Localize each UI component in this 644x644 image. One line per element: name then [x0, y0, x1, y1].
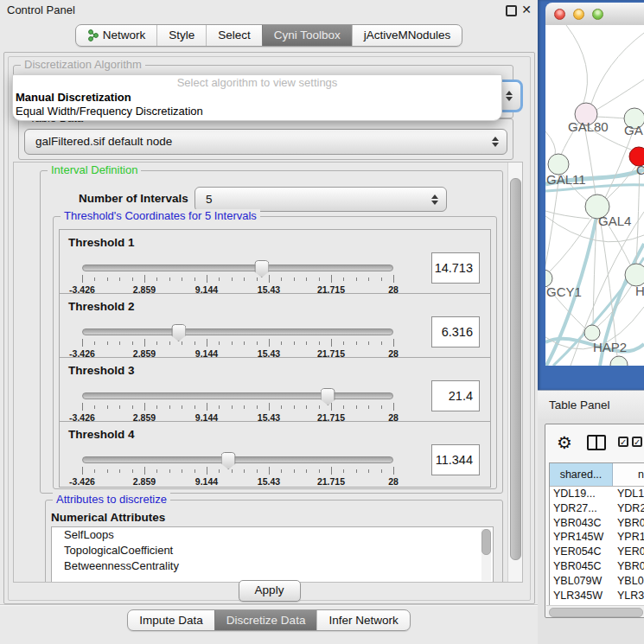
settings-scrollbar-thumb[interactable] [510, 178, 521, 560]
list-item[interactable]: BetweennessCentrality [52, 558, 493, 574]
combo-arrows-icon [492, 137, 499, 147]
table-scrollbar-thumb[interactable] [549, 608, 643, 617]
cell[interactable]: YDL19... [550, 487, 612, 501]
threshold-2-slider: -3.4262.8599.14415.4321.71528 [82, 325, 393, 358]
apply-button[interactable]: Apply [239, 580, 301, 602]
edge [545, 175, 559, 270]
thresholds-group: Threshold's Coordinates for 5 Intervals … [53, 216, 497, 489]
cell[interactable]: YBL079W [550, 574, 612, 589]
threshold-4-value-field[interactable]: 11.344 [431, 444, 480, 475]
combo-arrows-icon [506, 91, 513, 101]
tab-style[interactable]: Style [156, 25, 206, 46]
divider [0, 604, 538, 606]
threshold-3-value-field[interactable]: 21.4 [431, 380, 480, 411]
tab-discretize-data[interactable]: Discretize Data [214, 610, 317, 630]
network-window-titlebar[interactable] [545, 3, 644, 26]
dropdown-prompt-item[interactable]: Select algorithm to view settings [13, 75, 501, 91]
split-columns-icon[interactable] [587, 435, 606, 450]
table-horizontal-scrollbar[interactable] [546, 605, 644, 617]
cell[interactable]: YER054C [550, 545, 612, 559]
gear-icon[interactable]: ⚙ [557, 432, 572, 453]
tab-network[interactable]: Network [76, 25, 157, 46]
tab-cyni-toolbox-label: Cyni Toolbox [274, 25, 341, 46]
slider-track[interactable] [82, 392, 393, 399]
network-view-window: GAL80 GA GAL11 GAL4 GCY1 H HAP2 C [538, 0, 644, 390]
tab-infer-network[interactable]: Infer Network [316, 610, 409, 630]
checkbox-icon[interactable]: ✓ [618, 437, 628, 447]
cell[interactable]: YBL0 [612, 574, 644, 589]
tab-cyni-toolbox[interactable]: Cyni Toolbox [262, 25, 352, 46]
table-row[interactable]: YBL079WYBL0 [550, 574, 644, 589]
cell[interactable]: YER0 [612, 545, 644, 559]
cell[interactable]: YBR045C [550, 559, 612, 574]
scale-label: -3.426 [69, 476, 95, 487]
node-label: GAL80 [568, 119, 609, 134]
minimize-traffic-light-icon[interactable] [573, 9, 584, 20]
dropdown-option-manual-discretization[interactable]: Manual Discretization [13, 91, 501, 105]
threshold-1-value-field[interactable]: 14.713 [431, 252, 480, 284]
network-canvas[interactable]: GAL80 GA GAL11 GAL4 GCY1 H HAP2 C [545, 25, 644, 366]
cell[interactable]: YDR2 [612, 501, 644, 516]
tab-select[interactable]: Select [206, 25, 262, 46]
close-icon[interactable]: ✕ [521, 3, 532, 16]
scale-label: 15.43 [258, 476, 280, 487]
zoom-traffic-light-icon[interactable] [592, 9, 603, 20]
slider-track[interactable] [82, 456, 393, 463]
top-tabbar: Network Style Select Cyni Toolbox jActiv… [0, 24, 538, 47]
table-row[interactable]: YLR345WYLR3 [550, 589, 644, 603]
control-panel: Control Panel ✕ Network Style Select [0, 0, 538, 644]
cell[interactable]: YBR043C [550, 516, 612, 531]
interval-definition-group: Interval Definition Number of Intervals … [40, 170, 503, 494]
tab-jactivemnodules[interactable]: jActiveMNodules [352, 25, 462, 46]
table-row[interactable]: YPR145WYPR1 [550, 530, 644, 545]
cell[interactable]: YPR145W [550, 530, 612, 545]
table-panel-header: Table Panel [538, 390, 644, 419]
table-toolbar: ⚙ ✓ ✓ [545, 424, 644, 462]
list-item[interactable]: TopologicalCoefficient [52, 543, 493, 558]
scale-label: 28 [388, 476, 399, 487]
cell[interactable]: YBR0 [612, 516, 644, 531]
settings-vertical-scrollbar[interactable] [507, 163, 522, 582]
checkbox-icon[interactable]: ✓ [632, 437, 642, 447]
table-row[interactable]: YBR043CYBR0 [550, 516, 644, 531]
node-bottom[interactable] [610, 356, 628, 366]
column-header-shared-name[interactable]: shared... [550, 463, 613, 486]
cell[interactable]: YLR345W [550, 589, 612, 603]
slider-track[interactable] [82, 265, 393, 271]
list-scrollbar-thumb[interactable] [481, 529, 491, 555]
threshold-2-box: Threshold 2 -3.4262.8599.14415.4321.7152… [59, 293, 491, 360]
table-row[interactable]: YDL19...YDL1 [550, 487, 644, 501]
tab-discretize-data-label: Discretize Data [226, 610, 306, 630]
slider-track[interactable] [82, 328, 393, 335]
cell[interactable]: YLR3 [612, 589, 644, 603]
dropdown-option-equal-width-frequency[interactable]: Equal Width/Frequency Discretization [13, 105, 501, 118]
threshold-1-box: Threshold 1 -3.4262.8599.14415.4321.7152… [59, 229, 491, 296]
cell[interactable]: YBR0 [612, 559, 644, 574]
number-of-intervals-combobox[interactable]: 5 [194, 187, 447, 212]
table-data-combobox[interactable]: galFiltered.sif default node [24, 129, 507, 155]
column-header-name[interactable]: n [613, 463, 644, 486]
threshold-3-slider: -3.4262.8599.14415.4321.71528 [82, 389, 393, 422]
table-row[interactable]: YER054CYER0 [550, 545, 644, 559]
slider-ticks [82, 467, 393, 475]
table-row[interactable]: YBR045CYBR0 [550, 559, 644, 574]
algorithm-dropdown-list: Select algorithm to view settings Manual… [12, 74, 502, 121]
tab-network-label: Network [103, 25, 146, 46]
table-row[interactable]: YDR27...YDR2 [550, 501, 644, 516]
cell[interactable]: YDR27... [550, 501, 612, 516]
close-traffic-light-icon[interactable] [554, 9, 565, 20]
slider-ticks [82, 339, 393, 348]
right-column: GAL80 GA GAL11 GAL4 GCY1 H HAP2 C Table … [538, 0, 644, 644]
float-window-icon[interactable] [506, 5, 517, 16]
list-item[interactable]: SelfLoops [52, 527, 493, 543]
threshold-2-value-field[interactable]: 6.316 [431, 316, 480, 348]
tab-impute-data[interactable]: Impute Data [128, 610, 214, 630]
edge [545, 211, 590, 219]
cell[interactable]: YPR1 [612, 530, 644, 545]
list-scrollbar[interactable] [481, 529, 491, 581]
node-hap2[interactable] [584, 325, 600, 341]
cell[interactable]: YDL1 [612, 487, 644, 501]
control-panel-title: Control Panel [7, 3, 75, 16]
cyni-toolbox-panel: Discretization Algorithm Select algorith… [3, 52, 535, 604]
app: Control Panel ✕ Network Style Select [0, 0, 644, 644]
